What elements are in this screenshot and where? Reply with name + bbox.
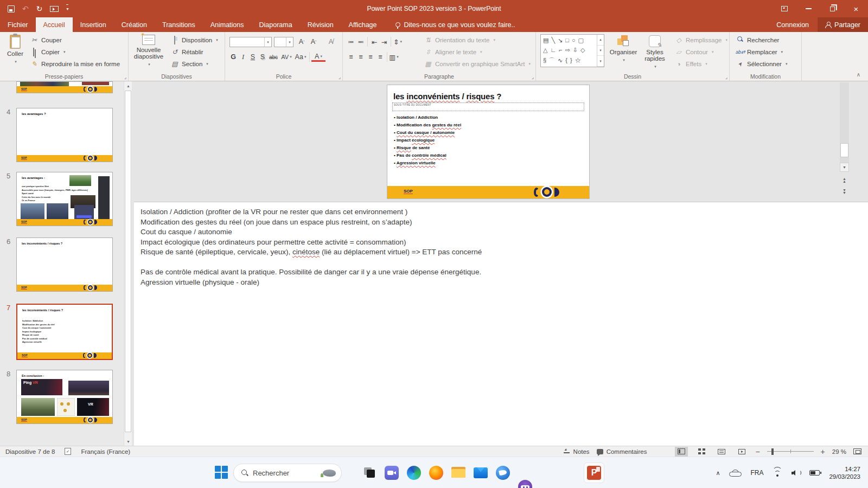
proofing-icon[interactable] <box>65 448 71 455</box>
notes-toggle[interactable]: Notes <box>564 448 590 455</box>
bullets-button[interactable]: ≔ <box>346 36 356 47</box>
thumbnail-slide-5[interactable]: les avantages : une pratique sportive li… <box>16 172 113 226</box>
zoom-out-button[interactable]: − <box>755 447 760 456</box>
task-view-button[interactable] <box>362 466 376 480</box>
zoom-slider-thumb[interactable] <box>771 448 774 455</box>
tab-insertion[interactable]: Insertion <box>73 17 114 32</box>
tab-fichier[interactable]: Fichier <box>0 17 36 32</box>
view-reading-button[interactable] <box>715 447 728 457</box>
thunderbird-icon[interactable] <box>496 466 510 480</box>
change-case-button[interactable]: Aa▾ <box>293 52 308 62</box>
smartart-button[interactable]: ▦ Convertir en graphique SmartArt▾ <box>422 58 532 70</box>
thumbnail-scroll-up-icon[interactable]: ▲ <box>124 81 132 90</box>
zoom-in-button[interactable]: + <box>821 447 825 456</box>
battery-icon[interactable] <box>809 470 820 476</box>
decrease-indent-button[interactable]: ⇤ <box>369 36 379 47</box>
thumbnail-slide-6[interactable]: les inconvénients / risques ? SOP <box>16 237 113 292</box>
undo-icon[interactable]: ↶ <box>22 5 29 12</box>
paste-button[interactable]: Coller▾ <box>4 35 26 65</box>
comments-toggle[interactable]: Commentaires <box>597 448 647 455</box>
next-slide-icon[interactable]: ▼▼ <box>841 189 848 194</box>
align-text-button[interactable]: ⇳ Aligner le texte▾ <box>422 46 532 58</box>
keyboard-language[interactable]: FRA <box>750 469 763 477</box>
thumbnail-scroll-down-icon[interactable]: ▼ <box>124 437 132 446</box>
layout-button[interactable]: Disposition▾ <box>169 34 220 46</box>
clock[interactable]: 14:27 29/03/2023 <box>829 465 860 480</box>
copy-button[interactable]: Copier▾ <box>28 46 122 58</box>
ribbon-display-options-icon[interactable] <box>773 0 796 17</box>
paragraph-dialog-launcher[interactable]: ⌟ <box>532 74 534 80</box>
notes-pane[interactable]: Isolation / Addiction (profiter de la VR… <box>134 202 868 446</box>
clipboard-dialog-launcher[interactable]: ⌟ <box>124 74 126 80</box>
align-right-button[interactable]: ≡ <box>366 52 375 62</box>
thumbnail-slide-3-partial[interactable]: SOP <box>16 81 113 93</box>
drawing-dialog-launcher[interactable]: ⌟ <box>725 74 727 80</box>
slide-body-textbox[interactable]: Isolation / Addiction Modification des g… <box>394 114 461 167</box>
video-app-icon[interactable] <box>385 466 399 480</box>
slide-scrollbar[interactable]: ▲ ▼ ▲▲ ▼▼ <box>840 82 849 202</box>
tellme-button[interactable]: Dites-nous ce que vous voulez faire.. <box>390 17 521 32</box>
increase-indent-button[interactable]: ⇥ <box>379 36 389 47</box>
hidden-icons-chevron[interactable]: ∧ <box>716 470 720 477</box>
font-size-input[interactable]: ▾ <box>274 37 293 47</box>
save-icon[interactable] <box>8 5 15 12</box>
zoom-slider[interactable] <box>767 451 814 452</box>
clear-formatting-button[interactable]: A̸ <box>326 36 336 47</box>
arrange-button[interactable]: Organiser▾ <box>609 35 638 63</box>
slide-title-textbox[interactable]: les inconvénients / risques ? <box>393 92 501 101</box>
tab-revision[interactable]: Révision <box>300 17 341 32</box>
text-shadow-button[interactable]: S <box>258 52 267 62</box>
start-slideshow-icon[interactable] <box>50 6 59 12</box>
numbering-button[interactable]: ≕ <box>356 36 366 47</box>
text-direction-button[interactable]: ⇅ Orientation du texte▾ <box>422 34 532 46</box>
italic-button[interactable]: I <box>238 52 248 62</box>
shapes-scroll-down-icon[interactable]: ▾ <box>597 46 604 56</box>
thumbnail-scrollbar-thumb[interactable] <box>125 91 131 432</box>
grow-font-button[interactable]: Aˆ <box>297 36 307 47</box>
shapes-row-3[interactable]: §⌒∿{}☆ <box>543 56 595 65</box>
partager-button[interactable]: Partager <box>818 17 868 32</box>
thumbnail-slide-4[interactable]: les avantages ? SOP <box>16 108 113 162</box>
powerpoint-taskbar-icon[interactable]: P <box>584 463 604 483</box>
font-dialog-launcher[interactable]: ⌟ <box>339 74 341 80</box>
bold-button[interactable]: G <box>228 52 238 62</box>
shape-effects-button[interactable]: ◑ Effets▾ <box>673 58 729 70</box>
quick-styles-button[interactable]: Styles rapides▾ <box>640 35 669 70</box>
view-normal-button[interactable] <box>675 447 688 457</box>
previous-slide-icon[interactable]: ▲▲ <box>841 177 848 183</box>
columns-button[interactable]: ▥▾ <box>389 52 399 62</box>
shapes-scroll-up-icon[interactable]: ▴ <box>597 35 604 46</box>
tab-creation[interactable]: Création <box>114 17 155 32</box>
view-slide-sorter-button[interactable] <box>695 447 708 457</box>
scroll-down-icon[interactable]: ▼ <box>840 163 849 172</box>
thumbnail-scrollbar[interactable]: ▲ ▼ <box>124 81 132 446</box>
tab-affichage[interactable]: Affichage <box>341 17 385 32</box>
slide-canvas[interactable]: les inconvénients / risques ? SOUS-TITRE… <box>387 85 589 198</box>
restore-button[interactable] <box>820 0 844 17</box>
tab-animations[interactable]: Animations <box>203 17 252 32</box>
tab-diaporama[interactable]: Diaporama <box>252 17 300 32</box>
shrink-font-button[interactable]: Aˇ <box>309 36 318 47</box>
file-explorer-icon[interactable] <box>451 466 465 480</box>
shapes-row-1[interactable]: ▤╲↘□○▢ <box>543 37 595 44</box>
shapes-row-2[interactable]: △∟⌐⇨⇩◇ <box>543 47 595 54</box>
reset-button[interactable]: ↺ Rétablir <box>169 46 220 58</box>
tab-accueil[interactable]: Accueil <box>36 17 73 32</box>
select-button[interactable]: ➤ Sélectionner▾ <box>734 58 789 70</box>
view-slideshow-button[interactable] <box>735 447 748 457</box>
find-button[interactable]: Rechercher <box>734 34 789 46</box>
shapes-more-icon[interactable]: ▾ <box>597 56 604 67</box>
close-button[interactable]: × <box>844 0 868 17</box>
wifi-icon[interactable] <box>773 470 782 477</box>
thumbnail-slide-7[interactable]: les inconvénients / risques ? Isolation … <box>16 304 113 360</box>
new-slide-button[interactable]: Nouvelle diapositive▾ <box>132 35 165 68</box>
align-center-button[interactable]: ≡ <box>356 52 366 62</box>
search-input[interactable]: Rechercher <box>233 464 342 482</box>
tab-transitions[interactable]: Transitions <box>155 17 203 32</box>
zoom-level[interactable]: 29 % <box>832 448 846 455</box>
thumbnail-slide-8[interactable]: En conclusion : PingVR VR SOP <box>16 370 113 424</box>
minimize-button[interactable] <box>796 0 820 17</box>
onedrive-cloud-icon[interactable] <box>729 470 741 477</box>
shape-outline-button[interactable]: ▱ Contour▾ <box>673 46 729 58</box>
strikethrough-button[interactable]: abc <box>267 52 279 62</box>
